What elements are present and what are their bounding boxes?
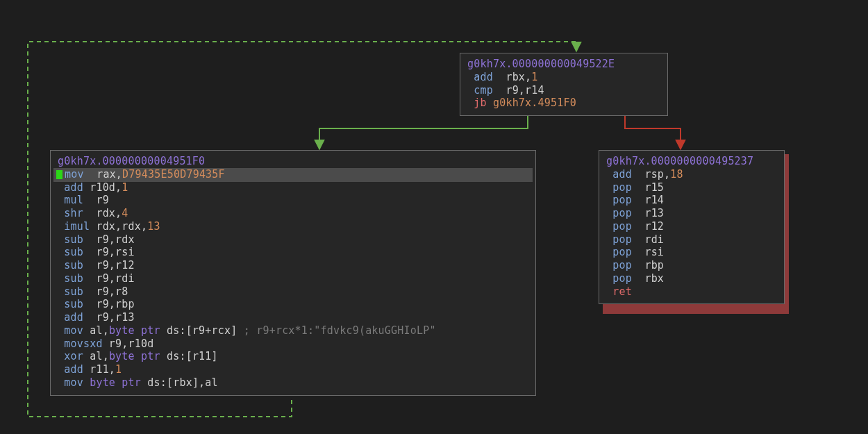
block-address-label: g0kh7x.00000000004951F0: [58, 155, 528, 168]
asm-line: pop rsi: [606, 246, 777, 259]
asm-line: add r11,1: [58, 363, 528, 376]
asm-line: add r10d,1: [58, 181, 528, 194]
asm-line: pop r12: [606, 220, 777, 233]
asm-line: mov byte ptr ds:[rbx],al: [58, 376, 528, 390]
asm-line: pop r15: [606, 181, 777, 194]
cfg-node-495237[interactable]: g0kh7x.0000000000495237 add rsp,18 pop r…: [599, 150, 785, 304]
asm-branch-line: jb g0kh7x.4951F0: [467, 97, 660, 110]
asm-line: shr rdx,4: [58, 207, 528, 220]
asm-line: add rsp,18: [606, 168, 777, 181]
asm-line: cmp r9,r14: [467, 84, 660, 97]
cfg-canvas[interactable]: g0kh7x.000000000049522E add rbx,1 cmp r9…: [0, 0, 868, 434]
asm-line: pop r13: [606, 207, 777, 220]
asm-return-line: ret: [606, 285, 777, 299]
block-address-label: g0kh7x.000000000049522E: [467, 58, 660, 71]
block-address-label: g0kh7x.0000000000495237: [606, 155, 777, 168]
asm-line: sub r9,r8: [58, 285, 528, 299]
cfg-node-49522E[interactable]: g0kh7x.000000000049522E add rbx,1 cmp r9…: [460, 53, 668, 116]
asm-line: mov al,byte ptr ds:[r9+rcx] ; r9+rcx*1:"…: [58, 324, 528, 337]
asm-line: pop rbp: [606, 259, 777, 272]
asm-line: sub r9,rbp: [58, 298, 528, 311]
asm-line-current: mov rax,D79435E50D79435F: [58, 168, 528, 181]
asm-line: pop rbx: [606, 272, 777, 285]
asm-line: add r9,r13: [58, 311, 528, 324]
cfg-node-4951F0[interactable]: g0kh7x.00000000004951F0 mov rax,D79435E5…: [50, 150, 536, 396]
asm-line: xor al,byte ptr ds:[r11]: [58, 350, 528, 363]
edge-true-branch: [319, 111, 528, 149]
edge-false-branch: [625, 111, 681, 149]
asm-line: sub r9,r12: [58, 259, 528, 272]
asm-line: pop rdi: [606, 233, 777, 247]
asm-line: mul r9: [58, 194, 528, 207]
asm-line: imul rdx,rdx,13: [58, 220, 528, 233]
asm-line: sub r9,rdi: [58, 272, 528, 285]
asm-line: sub r9,rdx: [58, 233, 528, 247]
asm-line: pop r14: [606, 194, 777, 207]
asm-line: movsxd r9,r10d: [58, 337, 528, 351]
asm-line: sub r9,rsi: [58, 246, 528, 259]
asm-line: add rbx,1: [467, 71, 660, 84]
